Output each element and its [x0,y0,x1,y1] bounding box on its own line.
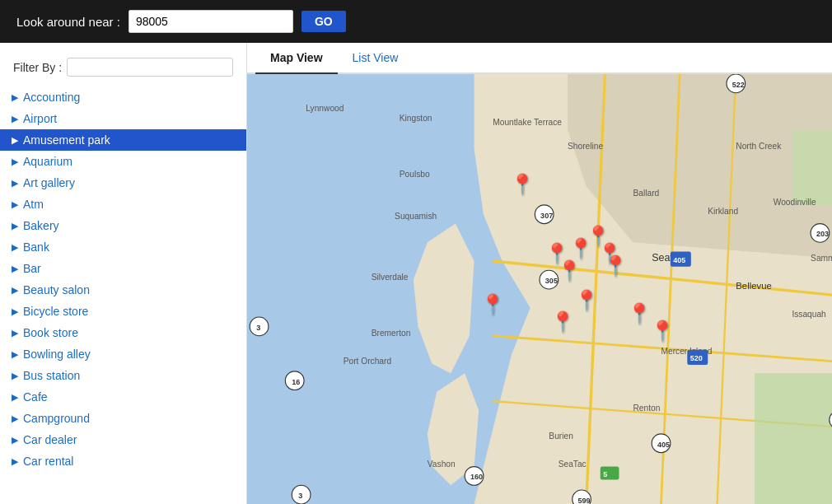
sidebar-item-bakery[interactable]: ▶Bakery [0,215,246,236]
sidebar-label-accounting: Accounting [23,91,80,104]
map-pin-pin10[interactable]: 📍 [627,304,652,324]
svg-text:520: 520 [690,354,703,362]
svg-text:405: 405 [673,256,685,264]
sidebar-item-book-store[interactable]: ▶Book store [0,322,246,343]
map-pin-pin3[interactable]: 📍 [557,261,582,281]
arrow-icon-cafe: ▶ [12,392,18,403]
sidebar-item-car-rental[interactable]: ▶Car rental [0,450,246,472]
sidebar-item-bicycle-store[interactable]: ▶Bicycle store [0,301,246,322]
sidebar-label-bicycle-store: Bicycle store [23,305,88,318]
arrow-icon-car-dealer: ▶ [12,435,18,446]
go-button[interactable]: GO [301,11,346,32]
sidebar-item-airport[interactable]: ▶Airport [0,108,246,129]
arrow-icon-accounting: ▶ [12,92,18,103]
svg-text:Kirkland: Kirkland [708,207,738,216]
sidebar-item-bank[interactable]: ▶Bank [0,236,246,258]
svg-text:5: 5 [603,470,607,478]
tabs-bar: Map View List View [247,43,832,74]
map-pin-pin1[interactable]: 📍 [510,175,535,194]
arrow-icon-bank: ▶ [12,242,18,253]
tab-map-view[interactable]: Map View [255,43,338,74]
sidebar-label-airport: Airport [23,112,57,125]
sidebar-label-campground: Campground [23,412,90,425]
filter-row: Filter By : [0,53,246,86]
sidebar-item-bowling-alley[interactable]: ▶Bowling alley [0,343,246,365]
arrow-icon-atm: ▶ [12,199,18,210]
map-svg: Seattle Bellevue Ballard Kirkland Woodin… [247,74,832,504]
sidebar-label-art-gallery: Art gallery [23,176,75,189]
filter-label: Filter By : [13,61,62,74]
sidebar-label-atm: Atm [23,198,44,211]
svg-text:522: 522 [732,81,745,89]
main-layout: Filter By : ▶Accounting▶Airport▶Amusemen… [0,43,832,504]
sidebar-label-bowling-alley: Bowling alley [23,348,91,361]
svg-text:Woodinville: Woodinville [774,198,816,207]
svg-text:Renton: Renton [633,404,660,413]
map-pin-pin7[interactable]: 📍 [603,256,628,276]
filter-input[interactable] [67,58,233,77]
arrow-icon-beauty-salon: ▶ [12,285,18,296]
content-area: Map View List View [247,43,832,504]
sidebar-item-beauty-salon[interactable]: ▶Beauty salon [0,279,246,301]
sidebar-item-campground[interactable]: ▶Campground [0,408,246,429]
svg-text:Silverdale: Silverdale [372,273,409,282]
svg-text:Suquamish: Suquamish [395,212,437,221]
arrow-icon-airport: ▶ [12,114,18,124]
svg-text:Poulsbo: Poulsbo [400,170,430,179]
tab-list-view[interactable]: List View [338,43,414,74]
sidebar-label-cafe: Cafe [23,390,48,404]
sidebar-label-bus-station: Bus station [23,369,80,382]
svg-text:SeaTac: SeaTac [559,460,587,469]
sidebar-item-atm[interactable]: ▶Atm [0,194,246,215]
sidebar-label-bakery: Bakery [23,219,59,232]
svg-text:Sammamish: Sammamish [811,254,832,263]
svg-text:203: 203 [816,230,829,238]
sidebar-label-aquarium: Aquarium [23,155,72,168]
look-around-label: Look around near : [16,15,120,29]
svg-text:Port Orchard: Port Orchard [344,357,392,366]
sidebar-item-bar[interactable]: ▶Bar [0,258,246,279]
map-pin-pin11[interactable]: 📍 [650,321,675,341]
svg-text:16: 16 [292,378,300,386]
svg-text:405: 405 [657,441,670,449]
svg-text:3: 3 [298,492,302,500]
sidebar-item-bus-station[interactable]: ▶Bus station [0,365,246,386]
svg-text:Bremerton: Bremerton [372,329,411,338]
arrow-icon-bicycle-store: ▶ [12,306,18,317]
sidebar-label-car-rental: Car rental [23,455,73,468]
arrow-icon-amusement-park: ▶ [12,135,18,146]
sidebar-item-cafe[interactable]: ▶Cafe [0,386,246,408]
svg-text:Kingston: Kingston [400,114,432,123]
svg-text:Shoreline: Shoreline [568,142,603,151]
header: Look around near : GO [0,0,832,43]
sidebar-label-amusement-park: Amusement park [23,133,110,147]
svg-rect-11 [755,373,832,504]
svg-text:307: 307 [540,212,553,220]
svg-text:Burien: Burien [549,432,573,441]
sidebar-item-art-gallery[interactable]: ▶Art gallery [0,172,246,194]
sidebar-label-car-dealer: Car dealer [23,433,77,446]
svg-text:599: 599 [578,497,591,504]
svg-text:160: 160 [470,473,483,481]
arrow-icon-car-rental: ▶ [12,456,18,467]
map-pin-pin9[interactable]: 📍 [550,312,575,332]
sidebar-label-bank: Bank [23,240,49,254]
arrow-icon-bus-station: ▶ [12,371,18,381]
map-pin-pin8[interactable]: 📍 [574,291,599,310]
svg-rect-12 [792,130,832,205]
svg-text:Issaquah: Issaquah [792,310,826,319]
sidebar-item-accounting[interactable]: ▶Accounting [0,86,246,108]
sidebar-item-amusement-park[interactable]: ▶Amusement park [0,129,246,151]
arrow-icon-campground: ▶ [12,413,18,424]
sidebar-item-car-dealer[interactable]: ▶Car dealer [0,429,246,450]
svg-text:North Creek: North Creek [736,142,782,151]
arrow-icon-bar: ▶ [12,264,18,274]
zip-input[interactable] [129,10,293,33]
svg-text:Lynnwood: Lynnwood [306,104,344,113]
sidebar-item-aquarium[interactable]: ▶Aquarium [0,151,246,172]
map-pin-pin12[interactable]: 📍 [480,295,505,315]
svg-text:3: 3 [256,324,260,332]
sidebar-label-beauty-salon: Beauty salon [23,283,90,296]
sidebar-label-bar: Bar [23,262,41,275]
sidebar-label-book-store: Book store [23,326,78,339]
